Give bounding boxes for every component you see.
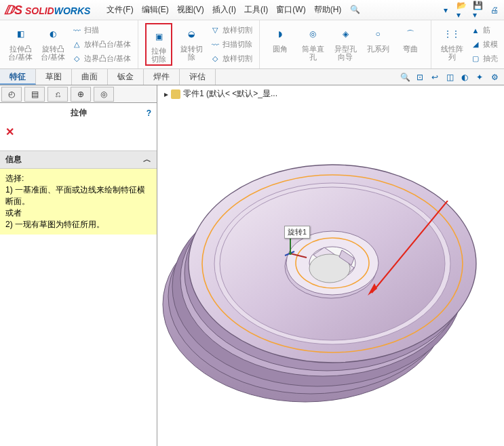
wrap-button[interactable]: ◈异型孔向导 (332, 23, 359, 66)
svg-line-15 (290, 254, 307, 258)
tab-evaluate[interactable]: 评估 (180, 69, 216, 85)
zoom-area-icon[interactable]: ⊡ (414, 72, 425, 83)
hole-button[interactable]: ○孔系列 (364, 23, 391, 66)
save-icon[interactable]: 💾▾ (473, 5, 484, 16)
feature-tabs: 特征 草图 曲面 钣金 焊件 评估 🔍 ⊡ ↩ ◫ ◐ ✦ ⚙ (0, 69, 504, 85)
pattern-button[interactable]: ⋮⋮线性阵列 (438, 23, 465, 66)
prev-view-icon[interactable]: ↩ (429, 72, 440, 83)
revolve-boss-button[interactable]: ◐旋转凸台/基体 (39, 23, 66, 66)
tab-sketch[interactable]: 草图 (36, 69, 72, 85)
tab-weldment[interactable]: 焊件 (144, 69, 180, 85)
tab-sheetmetal[interactable]: 钣金 (108, 69, 144, 85)
menu-window[interactable]: 窗口(W) (276, 4, 305, 16)
property-panel: ◴ ▤ ⎌ ⊕ ◎ 拉伸 ? ✕ 信息︿ 选择: 1) 一基准面、平面或边线来绘… (0, 85, 157, 446)
cut-loft-button[interactable]: ▽放样切割 (210, 25, 252, 35)
print-icon[interactable]: 🖨 (489, 5, 500, 16)
config-tab-icon[interactable]: ⎌ (47, 87, 68, 102)
fillet-button[interactable]: ◗圆角 (267, 23, 294, 66)
tree-tab-icon[interactable]: ◴ (1, 87, 22, 102)
extrude-boss-button[interactable]: ◧拉伸凸台/基体 (7, 23, 34, 66)
shell-button[interactable]: ▢抽壳 (471, 54, 498, 64)
chevron-up-icon: ︿ (143, 154, 151, 165)
rib-button[interactable]: ▲筋 (471, 25, 498, 35)
tab-surface[interactable]: 曲面 (72, 69, 108, 85)
menu-help[interactable]: 帮助(H) (314, 4, 342, 16)
dimxpert-tab-icon[interactable]: ⊕ (71, 87, 91, 102)
open-icon[interactable]: 📂▾ (457, 5, 467, 16)
cut-extrude-button[interactable]: ▣拉伸切除 (145, 23, 172, 66)
cut-sweep-button[interactable]: 〰扫描切除 (210, 39, 252, 49)
model-view (157, 85, 503, 438)
main-menu: 文件(F) 编辑(E) 视图(V) 插入(I) 工具(I) 窗口(W) 帮助(H… (106, 4, 360, 16)
close-button[interactable]: ✕ (5, 125, 151, 138)
section-icon[interactable]: ◫ (444, 72, 455, 83)
boundary-button[interactable]: ◇边界凸台/基体 (72, 54, 131, 64)
svg-point-17 (289, 252, 292, 255)
loft-button[interactable]: △放样凸台/基体 (72, 39, 131, 49)
search-icon[interactable]: 🔍 (349, 4, 360, 15)
flex-button[interactable]: ⌒弯曲 (397, 23, 424, 66)
menu-tools[interactable]: 工具(I) (244, 4, 268, 16)
display-tab-icon[interactable]: ◎ (94, 87, 114, 102)
draft-button[interactable]: ◢拔模 (471, 39, 498, 49)
scene-icon[interactable]: ✦ (474, 72, 485, 83)
holewiz-button[interactable]: ◎筒单直孔 (299, 23, 326, 66)
menu-file[interactable]: 文件(F) (106, 4, 133, 16)
ribbon: ◧拉伸凸台/基体 ◐旋转凸台/基体 〰扫描 △放样凸台/基体 ◇边界凸台/基体 … (0, 20, 504, 69)
graphics-area[interactable]: ▸ 零件1 (默认< <默认>_显... (157, 85, 504, 446)
info-box: 选择: 1) 一基准面、平面或边线来绘制特征横断面。 或者 2) 一现有草图为特… (0, 169, 157, 235)
help-icon[interactable]: ? (147, 108, 151, 118)
menu-edit[interactable]: 编辑(E) (142, 4, 169, 16)
menu-insert[interactable]: 插入(I) (212, 4, 236, 16)
info-header[interactable]: 信息︿ (0, 150, 157, 169)
settings-icon[interactable]: ⚙ (489, 72, 500, 83)
zoom-fit-icon[interactable]: 🔍 (400, 72, 410, 83)
sweep-button[interactable]: 〰扫描 (72, 25, 131, 35)
cut-boundary-button[interactable]: ◇放样切割 (210, 54, 252, 64)
menu-view[interactable]: 视图(V) (177, 4, 204, 16)
app-logo: ⅅS SOLIDWORKS (4, 3, 90, 18)
new-icon[interactable]: ▾ (440, 5, 451, 16)
cut-revolve-button[interactable]: ◒旋转切除 (178, 23, 205, 66)
tab-feature[interactable]: 特征 (0, 69, 36, 85)
property-tab-icon[interactable]: ▤ (24, 87, 45, 102)
feature-tooltip: 旋转1 (284, 226, 310, 239)
panel-title: 拉伸 ? (0, 103, 157, 123)
title-bar: ⅅS SOLIDWORKS 文件(F) 编辑(E) 视图(V) 插入(I) 工具… (0, 0, 504, 20)
display-icon[interactable]: ◐ (459, 72, 470, 83)
